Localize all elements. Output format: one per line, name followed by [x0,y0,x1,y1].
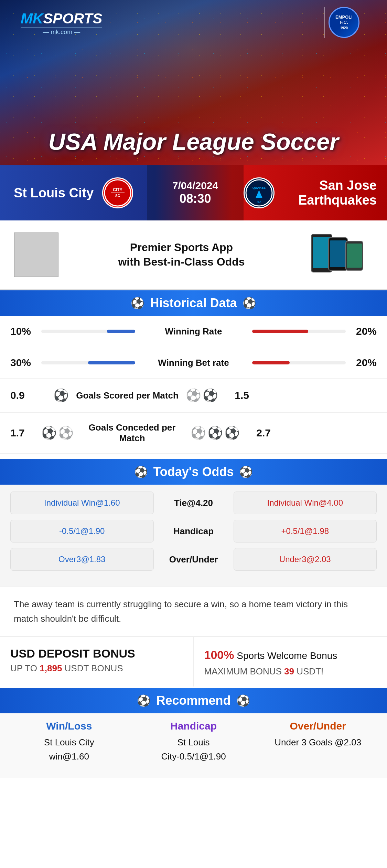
winning-bet-left-val: 30% [10,357,38,369]
recommend-handicap-body: St LouisCity-0.5/1@1.90 [135,735,252,764]
ball-icon: ⚽ [207,426,223,440]
svg-text:CITY: CITY [113,187,122,192]
app-phones-image [304,231,373,279]
stat-row-goals-conceded: 1.7 ⚽ ⚽ Goals Conceded per Match ⚽ ⚽ ⚽ 2… [0,413,387,454]
bonus-pct: 100% [204,648,234,661]
stat-row-winning-rate: 10% Winning Rate 20% [0,316,387,347]
goals-scored-label: Goals Scored per Match [72,390,182,401]
ball-icon: ⚽ [53,388,69,403]
partner-badge: EMPOLIF.C.1920 [329,7,359,38]
recommend-handicap-title: Handicap [135,720,252,732]
odds-center-ou: Over/Under [159,554,228,565]
ball-icon-left: ⚽ [131,297,144,310]
recommend-winloss-title: Win/Loss [10,720,128,732]
sj-logo: QUAKES SJ [244,177,275,208]
ball-icon-left-rec: ⚽ [137,694,151,707]
recommend-title: Recommend [156,693,230,708]
historical-header: ⚽ Historical Data ⚽ [0,290,387,316]
odds-row-ou: Over3@1.83 Over/Under Under3@2.03 [10,548,377,571]
winning-rate-bar-left [41,330,135,333]
svg-rect-9 [313,237,331,268]
bonus-left-sub: UP TO 1,895 USDT BONUS [10,663,183,674]
winning-rate-right-val: 20% [349,326,377,337]
match-bar: St Louis City CITY SC 7/04/2024 08:30 QU… [0,165,387,220]
match-time: 08:30 [179,192,211,206]
bonus-right-title: 100% Sports Welcome Bonus [204,647,377,663]
home-team-badge: CITY SC [100,176,135,210]
odds-handicap-away[interactable]: +0.5/1@1.98 [234,520,377,542]
winning-rate-bar-right [252,330,346,333]
bonus-right-sub: MAXIMUM BONUS 39 USDT! [204,666,377,677]
odds-away-win[interactable]: Individual Win@4.00 [234,492,377,514]
goals-scored-icons-left: ⚽ [41,388,69,403]
ball-icon: ⚽ [224,426,240,440]
odds-section: Individual Win@1.60 Tie@4.20 Individual … [0,485,387,587]
ball-icon: ⚽ [58,426,74,440]
recommend-card-winloss: Win/Loss St Louis Citywin@1.60 [10,720,128,764]
odds-center-handicap: Handicap [159,526,228,537]
goals-conceded-right-val: 2.7 [243,427,271,439]
goals-conceded-left-val: 1.7 [10,427,38,439]
bonus-max-amount: 39 [284,666,294,676]
bar-fill [88,361,135,364]
recommend-ou-title: Over/Under [259,720,377,732]
winning-bet-right-val: 20% [349,357,377,369]
odds-center-tie: Tie@4.20 [159,498,228,508]
stl-logo: CITY SC [102,177,133,208]
app-promo-headline: Premier Sports Appwith Best-in-Class Odd… [65,240,298,269]
ball-icon-right: ⚽ [243,297,256,310]
recommend-section: Win/Loss St Louis Citywin@1.60 Handicap … [0,713,387,778]
app-promo-text: Premier Sports Appwith Best-in-Class Odd… [65,240,298,269]
away-team: QUAKES SJ San Jose Earthquakes [244,176,387,210]
stat-row-goals-scored: 0.9 ⚽ Goals Scored per Match ⚽ ⚽ 1.5 [0,379,387,413]
goals-scored-right-val: 1.5 [222,390,249,401]
goals-conceded-icons-left: ⚽ ⚽ [41,426,74,440]
svg-rect-11 [330,240,346,267]
goals-conceded-icons-right: ⚽ ⚽ ⚽ [191,426,240,440]
ball-icon: ⚽ [186,388,201,403]
recommend-header: ⚽ Recommend ⚽ [0,688,387,713]
bonus-left: USD DEPOSIT BONUS UP TO 1,895 USDT BONUS [0,637,194,686]
recommend-ou-body: Under 3 Goals @2.03 [259,735,377,750]
brand-domain: — mk.com — [21,28,102,36]
recommend-winloss-body: St Louis Citywin@1.60 [10,735,128,764]
hero-title: USA Major League Soccer [0,128,387,155]
bar-fill-right [252,330,309,333]
home-team: St Louis City CITY SC [0,176,147,210]
bonus-left-title: USD DEPOSIT BONUS [10,647,183,660]
match-date: 7/04/2024 [172,180,218,192]
svg-text:SJ: SJ [257,200,261,203]
winning-bet-bar-left [41,361,135,364]
svg-rect-13 [347,244,362,268]
partner-name: EMPOLIF.C.1920 [335,14,353,31]
historical-title: Historical Data [150,296,237,310]
ball-icon: ⚽ [203,388,218,403]
odds-under[interactable]: Under3@2.03 [234,548,377,571]
bonus-section: USD DEPOSIT BONUS UP TO 1,895 USDT BONUS… [0,636,387,686]
recommend-row: Win/Loss St Louis Citywin@1.60 Handicap … [10,720,377,764]
match-center: 7/04/2024 08:30 [147,165,244,220]
historical-section: 10% Winning Rate 20% 30% Winning Bet rat… [0,316,387,454]
odds-row-win: Individual Win@1.60 Tie@4.20 Individual … [10,492,377,514]
home-team-name: St Louis City [14,186,94,200]
bar-fill-right [252,361,290,364]
app-qr-code [14,232,58,277]
winning-bet-label: Winning Bet rate [139,358,249,368]
stat-row-winning-bet-rate: 30% Winning Bet rate 20% [0,347,387,379]
goals-conceded-label: Goals Conceded per Match [77,422,187,444]
odds-title: Today's Odds [153,465,234,479]
away-team-name: San Jose Earthquakes [281,178,377,208]
ball-icon: ⚽ [41,426,57,440]
svg-text:QUAKES: QUAKES [252,186,266,189]
odds-over[interactable]: Over3@1.83 [10,548,154,571]
goals-scored-left-val: 0.9 [10,390,38,401]
hero-banner: MKSPORTS — mk.com — EMPOLIF.C.1920 USA M… [0,0,387,165]
ball-icon-left-odds: ⚽ [134,465,148,478]
analysis-section: The away team is currently struggling to… [0,587,387,636]
odds-handicap-home[interactable]: -0.5/1@1.90 [10,520,154,542]
odds-home-win[interactable]: Individual Win@1.60 [10,492,154,514]
winning-rate-label: Winning Rate [139,326,249,337]
svg-text:SC: SC [115,194,120,198]
bonus-right: 100% Sports Welcome Bonus MAXIMUM BONUS … [194,637,387,686]
analysis-content: The away team is currently struggling to… [14,599,348,624]
